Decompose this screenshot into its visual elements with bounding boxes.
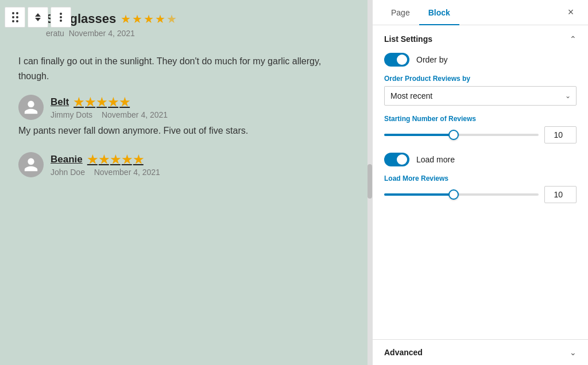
starting-number-slider-container[interactable] (384, 134, 539, 136)
load-more-toggle-row: Load more (384, 153, 577, 166)
right-panel: Page Block × List Settings ⌃ Order by Or… (372, 0, 588, 365)
list-settings-section: List Settings ⌃ Order by Order Product R… (384, 34, 577, 203)
beanie-review-header: Beanie ★ ★ ★ ★ ★ John Doe November 4, 20… (18, 152, 354, 177)
close-panel-button[interactable]: × (563, 5, 579, 21)
load-more-thumb[interactable] (448, 189, 459, 200)
load-more-track (384, 193, 539, 196)
advanced-title: Advanced (384, 348, 423, 357)
order-by-toggle[interactable] (384, 53, 409, 67)
advanced-section[interactable]: Advanced ⌄ (373, 339, 588, 365)
belt-review-header: Belt ★ ★ ★ ★ ★ Jimmy Dots November 4, 20… (18, 95, 354, 120)
section-title: List Settings (384, 34, 432, 44)
starting-number-fill (384, 134, 454, 136)
starting-number-track (384, 134, 539, 136)
belt-review: Belt ★ ★ ★ ★ ★ Jimmy Dots November 4, 20… (0, 95, 372, 138)
move-up-down-button[interactable] (28, 7, 48, 28)
beanie-product-name: Beanie (51, 154, 83, 165)
belt-avatar (18, 95, 44, 120)
partial-author-date: eratu November 4, 2021 (0, 29, 372, 38)
belt-author-date: Jimmy Dots November 4, 2021 (51, 110, 172, 119)
starting-number-field: Starting Number of Reviews 10 (384, 115, 577, 143)
load-more-reviews-field: Load More Reviews 10 (384, 174, 577, 203)
load-more-fill (384, 193, 454, 196)
order-product-label: Order Product Reviews by (384, 75, 577, 83)
belt-stars: ★ ★ ★ ★ ★ (74, 95, 130, 109)
panel-body: List Settings ⌃ Order by Order Product R… (373, 25, 588, 339)
belt-review-text: My pants never fall down anymore. Five o… (18, 123, 354, 138)
block-toolbar (5, 7, 71, 28)
tab-page[interactable]: Page (382, 0, 419, 25)
load-more-toggle[interactable] (384, 153, 409, 166)
beanie-avatar (18, 152, 44, 177)
left-panel: Sunglasses ★ ★ ★ ★ ★ eratu November 4, 2… (0, 0, 372, 365)
load-more-input[interactable]: 10 (544, 186, 577, 203)
belt-product-name: Belt (51, 96, 69, 108)
tab-block[interactable]: Block (419, 0, 459, 25)
panel-tabs: Page Block × (373, 0, 588, 25)
starting-number-slider-row: 10 (384, 126, 577, 143)
order-by-row: Order by (384, 53, 577, 67)
load-more-slider-container[interactable] (384, 193, 539, 196)
beanie-author-date: John Doe November 4, 2021 (51, 168, 165, 177)
partial-stars: ★ ★ ★ ★ ★ (121, 12, 177, 26)
load-more-label: Load more (416, 155, 455, 164)
beanie-meta: Beanie ★ ★ ★ ★ ★ John Doe November 4, 20… (51, 153, 165, 177)
person-icon (23, 99, 39, 115)
starting-number-input[interactable]: 10 (544, 126, 577, 143)
order-select-wrapper: Most recent Highest rated Lowest rated ⌄ (384, 86, 577, 106)
collapse-chevron[interactable]: ⌃ (570, 34, 577, 44)
beanie-review: Beanie ★ ★ ★ ★ ★ John Doe November 4, 20… (0, 152, 372, 177)
order-by-label: Order by (416, 55, 447, 64)
beanie-stars: ★ ★ ★ ★ ★ (87, 153, 144, 166)
order-product-field: Order Product Reviews by Most recent Hig… (384, 75, 577, 106)
person-icon-beanie (23, 157, 39, 173)
scrollbar[interactable] (368, 0, 372, 365)
starting-number-label: Starting Number of Reviews (384, 115, 577, 123)
drag-handle[interactable] (5, 7, 25, 28)
advanced-chevron[interactable]: ⌄ (570, 348, 577, 357)
load-more-slider-row: 10 (384, 186, 577, 203)
load-more-reviews-label: Load More Reviews (384, 174, 577, 182)
starting-number-thumb[interactable] (448, 130, 459, 140)
review-body-sunglasses: I can finally go out in the sunlight. Th… (18, 54, 354, 83)
more-options-button[interactable] (51, 7, 71, 28)
scrollbar-thumb[interactable] (368, 164, 372, 199)
list-settings-header: List Settings ⌃ (384, 34, 577, 44)
belt-meta: Belt ★ ★ ★ ★ ★ Jimmy Dots November 4, 20… (51, 95, 172, 119)
review-text-sunglasses: I can finally go out in the sunlight. Th… (0, 47, 372, 95)
order-select[interactable]: Most recent Highest rated Lowest rated (384, 86, 577, 106)
